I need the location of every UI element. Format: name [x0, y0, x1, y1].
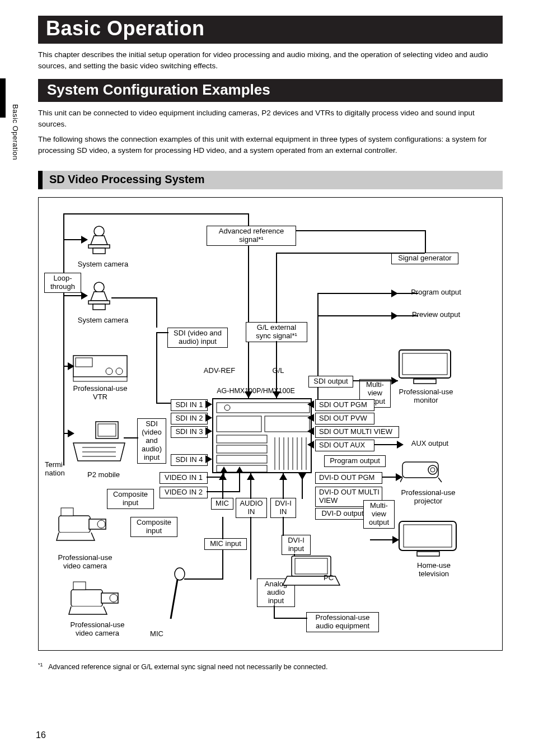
mic-input-label: MIC input — [204, 538, 247, 550]
sdi-output-label: SDI output — [308, 376, 353, 388]
video-in-1-label: VIDEO IN 1 — [160, 472, 208, 484]
svg-rect-26 — [76, 358, 92, 367]
footnote: *1 Advanced reference signal or G/L exte… — [38, 662, 503, 671]
sdi-out-pvw-label: SDI OUT PVW — [315, 413, 374, 424]
signal-generator-label: Signal generator — [391, 253, 458, 264]
svg-rect-37 — [98, 424, 116, 436]
sdi-va-input-2-label: SDI (video and audio) input — [137, 418, 166, 464]
svg-rect-9 — [265, 416, 310, 432]
svg-rect-44 — [61, 508, 73, 516]
svg-rect-1 — [88, 245, 110, 248]
pro-vtr-label: Professional-use VTR — [67, 385, 134, 402]
section-paragraph-2: The following shows the connection examp… — [38, 134, 503, 157]
svg-point-0 — [94, 226, 104, 236]
section-heading: System Configuration Examples — [38, 79, 503, 102]
sdi-out-pgm-label: SDI OUT PGM — [315, 399, 374, 411]
unit-model-label: AG-HMX100P/HMX100E — [205, 387, 306, 395]
dvid-out-pgm-label: DVI-D OUT PGM — [315, 472, 382, 484]
svg-point-7 — [224, 405, 230, 410]
gl-ext-sync-label: G/L external sync signal*¹ — [246, 322, 307, 342]
svg-point-27 — [106, 368, 113, 375]
program-output-label: Program output — [402, 288, 470, 297]
subsection-heading: SD Video Processing System — [38, 171, 503, 189]
svg-rect-19 — [217, 445, 267, 453]
svg-rect-8 — [217, 416, 261, 432]
svg-point-32 — [430, 468, 435, 472]
page-title: Basic Operation — [38, 16, 503, 44]
laptop-icon — [280, 554, 342, 587]
pro-video-camera-1-label: Professional-use video camera — [49, 554, 121, 571]
termination-label: Termi-nation — [41, 461, 69, 478]
pc-label: PC — [317, 574, 340, 582]
svg-rect-45 — [71, 590, 102, 606]
pro-video-camera-2-label: Professional-use video camera — [61, 621, 134, 638]
adv-ref-label: ADV-REF — [200, 367, 239, 375]
svg-rect-2 — [93, 248, 105, 254]
svg-rect-52 — [295, 558, 327, 574]
program-output-2-label: Program output — [324, 455, 386, 467]
dvid-output-label: DVI-D output — [315, 508, 370, 520]
system-camera-1-label: System camera — [72, 260, 134, 269]
svg-rect-20 — [217, 455, 267, 463]
multiview-output-2-label: Multi-view output — [363, 500, 395, 529]
system-camera-icon — [86, 226, 112, 256]
svg-point-43 — [97, 520, 105, 528]
svg-rect-18 — [217, 435, 267, 443]
audio-in-label: AUDIO IN — [236, 498, 267, 518]
svg-line-50 — [171, 580, 177, 619]
svg-point-49 — [175, 568, 185, 580]
svg-rect-29 — [73, 377, 127, 381]
mic-label: MIC — [143, 630, 171, 638]
sd-system-diagram: Advanced reference signal*¹ Signal gener… — [38, 197, 503, 651]
svg-rect-41 — [59, 516, 90, 533]
gl-label: G/L — [267, 367, 289, 375]
camcorder-icon — [54, 505, 110, 544]
svg-rect-48 — [73, 582, 86, 590]
video-in-2-label: VIDEO IN 2 — [160, 487, 208, 498]
p2-mobile-icon — [72, 421, 126, 462]
svg-point-28 — [116, 368, 123, 375]
microphone-icon — [166, 567, 188, 623]
aux-output-label: AUX output — [405, 440, 455, 448]
mic-col-label: MIC — [211, 498, 233, 510]
footnote-text: Advanced reference signal or G/L externa… — [48, 663, 327, 671]
svg-point-3 — [94, 282, 104, 292]
svg-rect-24 — [414, 379, 436, 384]
central-unit-icon — [212, 398, 312, 473]
pro-projector-label: Professional-use projector — [395, 489, 462, 506]
sdi-in-2-label: SDI IN 2 — [171, 413, 208, 424]
composite-input-2-label: Composite input — [130, 517, 177, 537]
sdi-va-input-label: SDI (video and audio) input — [167, 328, 228, 348]
loop-through-label: Loop-through — [44, 273, 81, 293]
home-tv-label: Home-use television — [406, 562, 462, 578]
pro-monitor-label: Professional-use monitor — [392, 388, 460, 405]
preview-output-label: Preview output — [402, 311, 470, 319]
pro-audio-label: Professional-use audio equipment — [306, 612, 379, 632]
p2-mobile-label: P2 mobile — [81, 471, 126, 479]
pro-monitor-icon — [397, 348, 453, 386]
adv-ref-signal-label: Advanced reference signal*¹ — [207, 226, 296, 246]
svg-rect-6 — [217, 403, 310, 413]
dvii-input-label: DVI-I input — [282, 535, 311, 555]
system-camera-icon — [86, 282, 112, 312]
camcorder-icon — [67, 578, 123, 618]
section-paragraph-1: This unit can be connected to video equi… — [38, 108, 503, 130]
footnote-marker: *1 — [38, 662, 43, 668]
page-number: 16 — [36, 730, 46, 740]
composite-input-1-label: Composite input — [107, 489, 154, 509]
sdi-out-aux-label: SDI OUT AUX — [315, 440, 374, 451]
sdi-in-3-label: SDI IN 3 — [171, 426, 208, 438]
system-camera-2-label: System camera — [72, 316, 134, 325]
svg-rect-34 — [404, 525, 452, 547]
tv-icon — [397, 519, 458, 558]
sdi-out-mv-label: SDI OUT MULTI VIEW — [315, 426, 399, 438]
sdi-in-1-label: SDI IN 1 — [171, 399, 208, 411]
side-section-label: Basic Operation — [11, 104, 20, 160]
chapter-intro: This chapter describes the initial setup… — [38, 49, 503, 71]
svg-rect-23 — [402, 353, 447, 375]
side-tab — [0, 78, 6, 118]
svg-rect-35 — [417, 552, 439, 556]
svg-point-47 — [110, 594, 118, 602]
pro-vtr-icon — [72, 354, 128, 384]
projector-icon — [400, 458, 445, 483]
